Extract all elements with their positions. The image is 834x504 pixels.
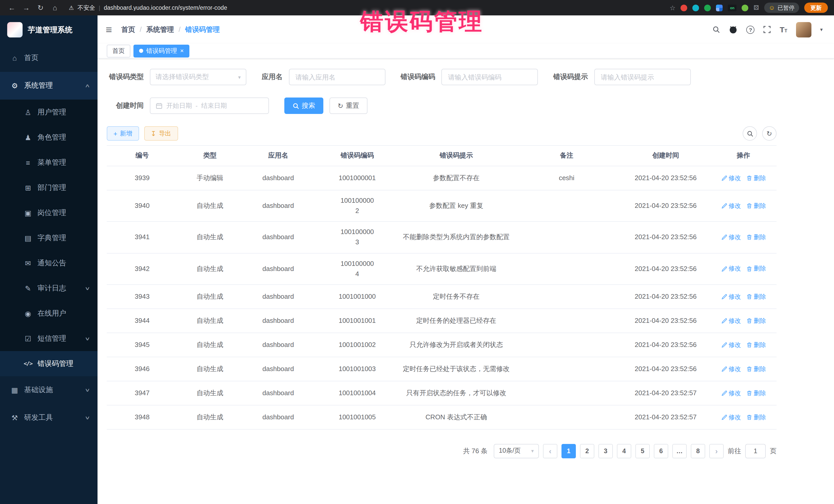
tab-error-code[interactable]: 错误码管理 × (133, 44, 190, 57)
extension-icon-green[interactable] (704, 4, 711, 11)
app-name-input[interactable] (294, 73, 379, 81)
forward-icon[interactable]: → (21, 0, 32, 15)
sidebar-item-error-code[interactable]: </> 错误码管理 (0, 351, 97, 376)
page-button[interactable]: … (672, 444, 687, 458)
active-dot-icon (139, 49, 143, 53)
chevron-down-icon[interactable]: ▾ (820, 27, 823, 32)
filter-row-2: 创建时间 开始日期 - 结束日期 搜索 (107, 97, 776, 114)
delete-link[interactable]: 删除 (746, 173, 766, 183)
extension-icon-on-badge[interactable]: on (728, 4, 737, 11)
bookmark-star-icon[interactable]: ☆ (670, 4, 675, 12)
page-button[interactable]: 1 (562, 444, 576, 458)
edit-link[interactable]: 修改 (721, 233, 741, 242)
trash-icon (746, 175, 752, 181)
font-size-icon[interactable]: TT (780, 26, 787, 34)
sidebar-item-post[interactable]: ▣ 岗位管理 (0, 200, 97, 225)
error-code-input[interactable] (447, 73, 532, 81)
edit-link[interactable]: 修改 (721, 173, 741, 183)
profile-paused-chip[interactable]: ☺ 已暂停 (764, 3, 799, 13)
page-button[interactable]: 2 (580, 444, 594, 458)
delete-link[interactable]: 删除 (746, 388, 766, 398)
search-icon[interactable] (712, 26, 720, 34)
logo-block[interactable]: 芋道管理系统 (0, 15, 97, 44)
delete-link[interactable]: 删除 (746, 201, 766, 211)
refresh-table-button[interactable]: ↻ (762, 126, 776, 140)
edit-link[interactable]: 修改 (721, 364, 741, 374)
sidebar-item-dict[interactable]: ▤ 字典管理 (0, 225, 97, 250)
delete-link[interactable]: 删除 (746, 412, 766, 422)
security-label[interactable]: 不安全 (78, 4, 95, 12)
page-button[interactable]: 6 (654, 444, 668, 458)
cell-id: 3940 (107, 191, 178, 221)
table-body: 3939 手动编辑 dashboard 1001000001 参数配置不存在 c… (107, 166, 776, 430)
end-date-placeholder[interactable]: 结束日期 (201, 101, 227, 110)
sidebar-item-audit[interactable]: ✎ 审计日志 ∨ (0, 276, 97, 301)
goto-page-input[interactable] (745, 444, 766, 458)
delete-link[interactable]: 删除 (746, 340, 766, 350)
github-icon[interactable] (729, 25, 738, 34)
edit-link[interactable]: 修改 (721, 292, 741, 301)
sidebar-item-infra[interactable]: ▦ 基础设施 ∨ (0, 376, 97, 404)
puzzle-icon[interactable]: ⚄ (754, 4, 759, 11)
export-button[interactable]: ↧ 导出 (144, 126, 178, 140)
edit-link[interactable]: 修改 (721, 388, 741, 398)
error-type-select[interactable]: 请选择错误码类型 ▾ (150, 69, 246, 85)
date-range-picker[interactable]: 开始日期 - 结束日期 (150, 97, 269, 114)
search-toggle-button[interactable] (743, 126, 757, 140)
reset-button[interactable]: ↻ 重置 (329, 97, 368, 114)
delete-link[interactable]: 删除 (746, 316, 766, 325)
fullscreen-icon[interactable] (764, 26, 771, 34)
sidebar-item-system[interactable]: ⚙ 系统管理 ∧ (0, 72, 97, 100)
error-msg-input[interactable] (600, 73, 685, 81)
cell-code: 100100000 4 (314, 253, 400, 284)
browser-update-button[interactable]: 更新 (804, 3, 828, 13)
delete-link[interactable]: 删除 (746, 364, 766, 374)
hamburger-icon[interactable]: ≡ (106, 24, 112, 35)
edit-link[interactable]: 修改 (721, 316, 741, 325)
prev-page-button[interactable]: ‹ (543, 444, 557, 458)
cell-time: 2021-04-20 23:52:56 (621, 191, 710, 221)
extension-icon-red[interactable] (681, 4, 687, 11)
back-icon[interactable]: ← (6, 0, 18, 15)
address-bar[interactable]: ⚠ 不安全 | dashboard.yudao.iocoder.cn/syste… (69, 4, 666, 12)
delete-link[interactable]: 删除 (746, 233, 766, 242)
next-page-button[interactable]: › (709, 444, 724, 458)
delete-link[interactable]: 删除 (746, 264, 766, 273)
edit-link[interactable]: 修改 (721, 264, 741, 273)
extension-icon-grid[interactable] (716, 4, 723, 11)
edit-link[interactable]: 修改 (721, 201, 741, 211)
page-button[interactable]: 3 (598, 444, 613, 458)
sidebar-item-online[interactable]: ◉ 在线用户 (0, 301, 97, 326)
search-button[interactable]: 搜索 (284, 97, 323, 114)
help-icon[interactable]: ? (746, 25, 755, 34)
server-grid-icon: ▦ (10, 386, 19, 394)
user-avatar[interactable] (796, 22, 811, 37)
add-button[interactable]: + 新增 (107, 126, 139, 140)
page-size-select[interactable]: 10条/页 ▾ (494, 444, 539, 458)
start-date-placeholder[interactable]: 开始日期 (166, 101, 192, 110)
sidebar-item-sms[interactable]: ☑ 短信管理 ∨ (0, 326, 97, 351)
edit-link[interactable]: 修改 (721, 412, 741, 422)
delete-link[interactable]: 删除 (746, 292, 766, 301)
page-button[interactable]: 5 (635, 444, 650, 458)
page-button[interactable]: 4 (617, 444, 631, 458)
sidebar-item-user[interactable]: ♙ 用户管理 (0, 100, 97, 125)
page-button[interactable]: 8 (691, 444, 705, 458)
sidebar-item-dept[interactable]: ⊞ 部门管理 (0, 175, 97, 200)
tab-home[interactable]: 首页 (107, 44, 130, 57)
sidebar-item-home[interactable]: ⌂ 首页 (0, 44, 97, 72)
breadcrumb-home[interactable]: 首页 (122, 25, 135, 34)
browser-home-icon[interactable]: ⌂ (49, 0, 61, 15)
extension-icon-leaf[interactable] (742, 4, 749, 11)
edit-link[interactable]: 修改 (721, 340, 741, 350)
sidebar-item-notice[interactable]: ✉ 通知公告 (0, 250, 97, 276)
reload-icon[interactable]: ↻ (35, 0, 46, 15)
sidebar-item-role[interactable]: ♟ 角色管理 (0, 125, 97, 150)
sidebar-item-menu[interactable]: ≡ 菜单管理 (0, 150, 97, 175)
breadcrumb-system[interactable]: 系统管理 (146, 25, 174, 34)
sidebar-item-devtool[interactable]: ⚒ 研发工具 ∨ (0, 404, 97, 432)
calendar-icon (155, 102, 163, 109)
close-icon[interactable]: × (180, 48, 184, 54)
url-text[interactable]: dashboard.yudao.iocoder.cn/system/error-… (104, 5, 227, 11)
extension-icon-teal[interactable] (693, 4, 699, 11)
